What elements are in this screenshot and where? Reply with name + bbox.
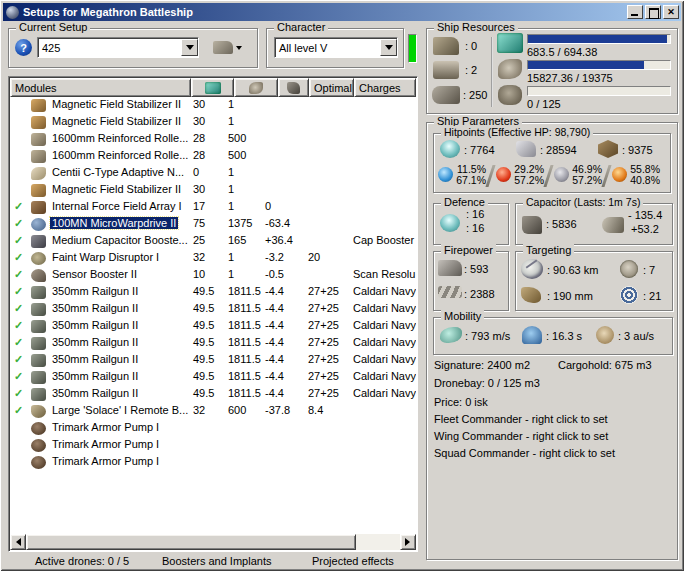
close-button[interactable] [663, 5, 679, 19]
module-capacitor: -37.8 [265, 404, 290, 416]
module-row[interactable]: 1600mm Reinforced Rolle...28500 [10, 131, 416, 148]
active-check-icon [14, 302, 28, 315]
column-header-optimal[interactable]: Optimal [309, 78, 354, 97]
module-row[interactable]: Large 'Solace' I Remote B...32600-37.88.… [10, 403, 416, 420]
active-check-icon [14, 200, 28, 213]
module-row[interactable]: Centii C-Type Adaptive N...01 [10, 165, 416, 182]
module-charges: Caldari Navy [353, 285, 416, 297]
minimize-button[interactable] [627, 5, 643, 19]
module-charges: Caldari Navy [353, 336, 416, 348]
agility-value: : 16.3 s [546, 330, 582, 342]
squad-commander-slot[interactable]: Squad Commander - right click to set [434, 447, 615, 459]
turret-hardpoints-icon [433, 37, 459, 55]
module-name: Magnetic Field Stabilizer II [50, 98, 183, 110]
module-row[interactable]: Medium Capacitor Booste...25165+36.4Cap … [10, 233, 416, 250]
railgun-icon [31, 337, 46, 350]
sensor-strength-value: : 21 [643, 290, 661, 302]
column-header-modules[interactable]: Modules [10, 78, 191, 97]
max-targets-value: : 7 [643, 264, 655, 276]
scrollbar-thumb[interactable] [26, 534, 356, 550]
module-row[interactable]: Magnetic Field Stabilizer II301 [10, 97, 416, 114]
module-row[interactable]: 350mm Railgun II49.51811.5-4.427+25Calda… [10, 369, 416, 386]
module-row[interactable]: 1600mm Reinforced Rolle...28500 [10, 148, 416, 165]
defence-group: Defence : 16 : 16 [433, 203, 509, 245]
max-targets-icon [620, 260, 638, 278]
mobility-group: Mobility : 793 m/s : 16.3 s : 3 au/s [433, 317, 673, 355]
module-row[interactable]: 350mm Railgun II49.51811.5-4.427+25Calda… [10, 301, 416, 318]
module-name: 350mm Railgun II [50, 353, 140, 365]
horizontal-scrollbar[interactable] [10, 534, 416, 550]
module-row[interactable]: Internal Force Field Array I1710 [10, 199, 416, 216]
module-powergrid: 1811.5 [228, 353, 261, 365]
module-row[interactable]: 350mm Railgun II49.51811.5-4.427+25Calda… [10, 386, 416, 403]
module-charges: Caldari Navy [353, 370, 416, 382]
powergrid-icon [498, 59, 522, 79]
maximize-button[interactable] [645, 5, 661, 19]
defence-value-2: : 16 [466, 222, 484, 234]
module-row[interactable]: 350mm Railgun II49.51811.5-4.427+25Calda… [10, 318, 416, 335]
price-value: Price: 0 isk [434, 396, 488, 408]
modules-list: Magnetic Field Stabilizer II301Magnetic … [10, 97, 416, 534]
capbooster-icon [31, 235, 46, 248]
ship-resources-label: Ship Resources [434, 21, 518, 33]
boosters-implants-tab[interactable]: Boosters and Implants [162, 555, 271, 567]
module-cpu: 10 [193, 268, 205, 280]
active-drones-tab[interactable]: Active drones: 0 / 5 [35, 555, 129, 567]
wing-commander-slot[interactable]: Wing Commander - right click to set [434, 430, 608, 442]
modules-table: Modules Optimal Charges Magnetic Field S… [8, 76, 418, 552]
turret-hardpoints-value: : 0 [465, 40, 477, 52]
module-row[interactable]: Trimark Armor Pump I [10, 420, 416, 437]
column-header-charges[interactable]: Charges [354, 78, 416, 97]
module-cpu: 25 [193, 234, 205, 246]
chevron-down-icon[interactable] [181, 39, 198, 56]
disruptor-icon [31, 252, 46, 265]
powergrid-bar [527, 60, 671, 70]
module-powergrid: 1 [228, 115, 234, 127]
module-cpu: 49.5 [193, 319, 214, 331]
module-name: 350mm Railgun II [50, 302, 140, 314]
firepower-label: Firepower [441, 244, 496, 256]
help-button[interactable] [15, 39, 32, 56]
titlebar[interactable]: Setups for Megathron Battleship [3, 3, 681, 21]
capacitor-group: Capacitor (Lasts: 1m 7s) : 5836 - 135.4 … [515, 203, 673, 245]
module-row[interactable]: Faint Warp Disruptor I321-3.220 [10, 250, 416, 267]
module-row[interactable]: 350mm Railgun II49.51811.5-4.427+25Calda… [10, 352, 416, 369]
forcefield-icon [31, 201, 46, 214]
em-resist-values: 11.5% 67.1% [452, 164, 486, 186]
module-row[interactable]: Magnetic Field Stabilizer II301 [10, 114, 416, 131]
scroll-right-arrow[interactable] [400, 534, 416, 550]
module-optimal: 8.4 [308, 404, 323, 416]
window-title: Setups for Megathron Battleship [23, 6, 627, 18]
module-optimal: 20 [308, 251, 320, 263]
cargohold-value: Cargohold: 675 m3 [558, 359, 652, 371]
column-header-capacitor[interactable] [278, 78, 309, 97]
module-row[interactable]: Sensor Booster II101-0.5Scan Resolu [10, 267, 416, 284]
module-capacitor: 0 [265, 200, 271, 212]
scroll-left-arrow[interactable] [10, 534, 26, 550]
module-cpu: 49.5 [193, 302, 214, 314]
projected-effects-tab[interactable]: Projected effects [312, 555, 394, 567]
ship-parameters-group: Ship Parameters Hitpoints (Effective HP:… [426, 122, 678, 560]
module-capacitor: -63.4 [265, 217, 290, 229]
cpu-icon [497, 33, 523, 53]
module-row[interactable]: 350mm Railgun II49.51811.5-4.427+25Calda… [10, 284, 416, 301]
ship-menu-button[interactable] [207, 36, 247, 59]
module-cpu: 28 [193, 149, 205, 161]
module-row[interactable]: 350mm Railgun II49.51811.5-4.427+25Calda… [10, 335, 416, 352]
column-header-powergrid[interactable] [234, 78, 278, 97]
character-combobox[interactable]: All level V [274, 37, 398, 58]
module-row[interactable]: 100MN MicroWarpdrive II751375-63.4 [10, 216, 416, 233]
module-row[interactable]: Trimark Armor Pump I [10, 454, 416, 471]
chevron-down-icon[interactable] [380, 39, 397, 56]
railgun-icon [31, 371, 46, 384]
armor-hp-value: : 28594 [540, 144, 577, 156]
ship-icon [213, 41, 233, 54]
setup-combobox[interactable]: 425 [37, 37, 199, 58]
module-name: Trimark Armor Pump I [50, 455, 161, 467]
column-header-cpu[interactable] [191, 78, 234, 97]
module-row[interactable]: Magnetic Field Stabilizer II301 [10, 182, 416, 199]
thermal-resist-icon [496, 167, 511, 182]
rig-icon [31, 456, 46, 469]
fleet-commander-slot[interactable]: Fleet Commander - right click to set [434, 413, 608, 425]
module-row[interactable]: Trimark Armor Pump I [10, 437, 416, 454]
